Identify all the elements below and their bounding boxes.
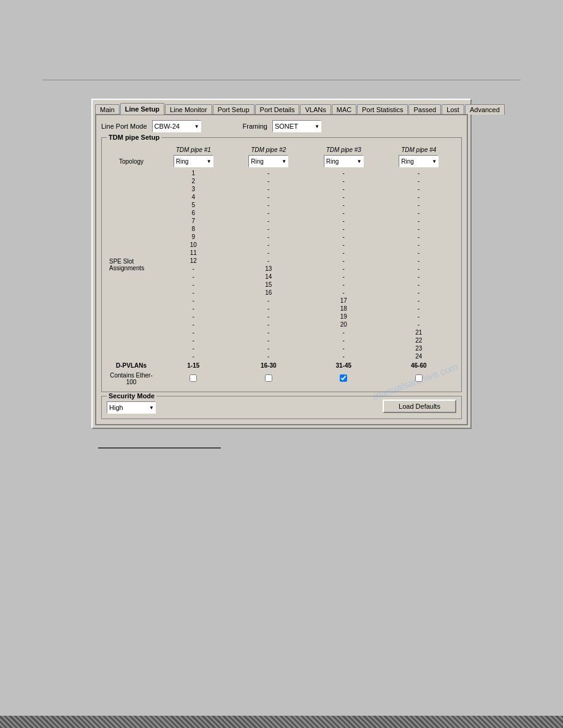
pipe2-header: TDM pipe #2 [231, 145, 307, 154]
line-port-mode-wrapper[interactable]: CBW-24 CBW-48 OC3 OC12 [152, 120, 201, 132]
table-row: --20- [107, 320, 456, 328]
pipe3-header: TDM pipe #3 [306, 145, 381, 154]
table-row: 10--- [107, 241, 456, 249]
security-mode-title: Security Mode [107, 392, 156, 400]
bottom-taskbar [0, 716, 563, 728]
line-port-mode-select[interactable]: CBW-24 CBW-48 OC3 OC12 [152, 120, 201, 132]
main-panel: Main Line Setup Line Monitor Port Setup … [91, 99, 472, 429]
ether-p4-checkbox[interactable] [415, 374, 423, 382]
ether-p2-checkbox[interactable] [265, 374, 272, 382]
line-port-mode-label: Line Port Mode [101, 123, 147, 130]
table-row: --18- [107, 305, 456, 313]
empty-header [107, 145, 156, 154]
topology-p4-select[interactable]: RingHubLinear [399, 155, 439, 167]
topology-pipe2[interactable]: RingHubLinear [231, 154, 307, 169]
topology-pipe4[interactable]: RingHubLinear [381, 154, 457, 169]
content-area: manualsarchive.com Line Port Mode CBW-24… [95, 114, 468, 425]
table-row: ---23 [107, 344, 456, 352]
ether-p3-checkbox[interactable] [340, 374, 347, 382]
security-mode-group: Security Mode High Medium Low Load Defau… [101, 396, 462, 419]
table-row: -13-- [107, 265, 456, 273]
topology-p2-wrapper[interactable]: RingHubLinear [248, 155, 288, 167]
dpvlans-row: D-PVLANs 1-15 16-30 31-45 46-60 [107, 360, 456, 371]
table-row: 9--- [107, 233, 456, 241]
table-row: 8--- [107, 225, 456, 233]
table-row: 2--- [107, 177, 456, 185]
table-row: ---24 [107, 352, 456, 360]
tab-advanced[interactable]: Advanced [465, 104, 505, 115]
r1-p4: - [381, 169, 457, 177]
tab-vlans[interactable]: VLANs [300, 104, 331, 115]
tab-main[interactable]: Main [95, 104, 120, 115]
dpvlan-p4: 46-60 [381, 360, 457, 371]
table-row: ---21 [107, 328, 456, 336]
top-divider [42, 80, 521, 80]
ether-p2[interactable] [231, 371, 307, 387]
dpvlan-p1: 1-15 [156, 360, 231, 371]
table-row: 11--- [107, 249, 456, 257]
topology-label: Topology [107, 154, 156, 169]
dpvlans-label: D-PVLANs [107, 360, 156, 371]
tab-lost[interactable]: Lost [442, 104, 464, 115]
security-mode-select[interactable]: High Medium Low [107, 401, 156, 414]
topology-p3-select[interactable]: RingHubLinear [324, 155, 364, 167]
tdm-table: TDM pipe #1 TDM pipe #2 TDM pipe #3 TDM … [107, 145, 456, 387]
topology-row: Topology RingHubLinear [107, 154, 456, 169]
table-row: 7--- [107, 217, 456, 225]
r1-p2: - [231, 169, 307, 177]
tab-port-statistics[interactable]: Port Statistics [357, 104, 408, 115]
tdm-pipe-setup-title: TDM pipe Setup [107, 134, 161, 141]
topology-p1-wrapper[interactable]: RingHubLinear [174, 155, 213, 167]
pipe4-header: TDM pipe #4 [381, 145, 457, 154]
tab-bar: Main Line Setup Line Monitor Port Setup … [95, 102, 468, 114]
load-defaults-button[interactable]: Load Defaults [383, 400, 456, 413]
table-row: 6--- [107, 209, 456, 217]
dpvlan-p3: 31-45 [306, 360, 381, 371]
topology-p2-select[interactable]: RingHubLinear [248, 155, 288, 167]
table-row: -14-- [107, 273, 456, 281]
topology-p4-wrapper[interactable]: RingHubLinear [399, 155, 439, 167]
security-mode-wrapper[interactable]: High Medium Low [107, 401, 156, 414]
ether-p3[interactable] [306, 371, 381, 387]
tab-mac[interactable]: MAC [332, 104, 356, 115]
r1-p3: - [306, 169, 381, 177]
spe-label-row: SPE SlotAssignments 1 - - - [107, 169, 456, 177]
topology-pipe3[interactable]: RingHubLinear [306, 154, 381, 169]
tab-port-setup[interactable]: Port Setup [213, 104, 255, 115]
dpvlan-p2: 16-30 [231, 360, 307, 371]
pipe1-header: TDM pipe #1 [156, 145, 231, 154]
table-row: --19- [107, 313, 456, 320]
table-row: 3--- [107, 185, 456, 193]
framing-wrapper[interactable]: SONET SDH [272, 120, 321, 132]
tab-passed[interactable]: Passed [408, 104, 441, 115]
table-row: 5--- [107, 201, 456, 209]
framing-select[interactable]: SONET SDH [272, 120, 321, 132]
ether-p1[interactable] [156, 371, 231, 387]
topology-p1-select[interactable]: RingHubLinear [174, 155, 213, 167]
tdm-pipe-setup-group: TDM pipe Setup TDM pipe #1 TDM pipe #2 T… [101, 137, 462, 392]
spe-slot-label: SPE SlotAssignments [107, 169, 156, 360]
table-row: 12--- [107, 257, 456, 265]
ether-p4[interactable] [381, 371, 457, 387]
table-row: ---22 [107, 336, 456, 344]
ether-label: Contains Ether-100 [107, 371, 156, 387]
topology-p3-wrapper[interactable]: RingHubLinear [324, 155, 364, 167]
table-row: --17- [107, 297, 456, 305]
tab-line-setup[interactable]: Line Setup [120, 103, 164, 115]
table-row: -16-- [107, 289, 456, 297]
ether-p1-checkbox[interactable] [190, 374, 197, 382]
tab-port-details[interactable]: Port Details [255, 104, 300, 115]
ether-row: Contains Ether-100 [107, 371, 456, 387]
framing-label: Framing [243, 123, 267, 130]
bottom-divider [98, 447, 221, 449]
topology-pipe1[interactable]: RingHubLinear [156, 154, 231, 169]
top-form-row: Line Port Mode CBW-24 CBW-48 OC3 OC12 Fr… [101, 120, 462, 132]
tab-line-monitor[interactable]: Line Monitor [165, 104, 212, 115]
r1-p1: 1 [156, 169, 231, 177]
table-row: 4--- [107, 193, 456, 201]
table-row: -15-- [107, 281, 456, 289]
